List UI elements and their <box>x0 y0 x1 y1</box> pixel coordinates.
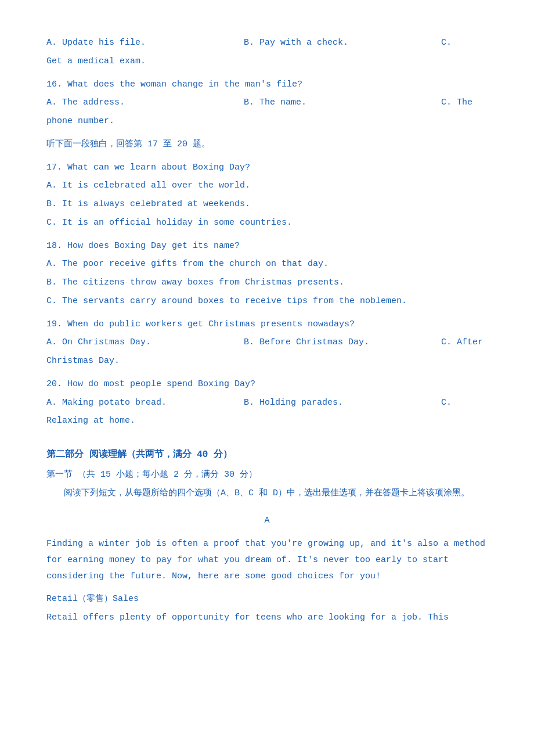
q20-options-row: A. Making potato bread. B. Holding parad… <box>46 395 488 411</box>
part2-header: 第二部分 阅读理解（共两节，满分 40 分） <box>46 447 488 463</box>
main-content: A. Update his file. B. Pay with a check.… <box>46 35 488 626</box>
q19-option-b: B. Before Christmas Day. <box>244 334 441 351</box>
section1-header: 第一节 （共 15 小题；每小题 2 分，满分 30 分） <box>46 467 488 483</box>
q20-option-b: B. Holding parades. <box>244 395 441 411</box>
q15-option-b: B. Pay with a check. <box>244 35 441 51</box>
reading-instructions: 阅读下列短文，从每题所给的四个选项（A、B、C 和 D）中，选出最佳选项，并在答… <box>46 485 488 502</box>
q20-c-continuation: Relaxing at home. <box>46 413 488 429</box>
q19-option-c: C. After <box>441 334 488 351</box>
q17-option-a: A. It is celebrated all over the world. <box>46 178 488 194</box>
q15-option-c: C. <box>441 35 488 51</box>
q20-option-a: A. Making potato bread. <box>46 395 244 411</box>
q16-options-row: A. The address. B. The name. C. The <box>46 95 488 111</box>
listening-section-label: 听下面一段独白，回答第 17 至 20 题。 <box>46 136 488 153</box>
retail-header: Retail（零售）Sales <box>46 591 488 607</box>
q19-question: 19. When do public workers get Christmas… <box>46 316 488 333</box>
q19-option-a: A. On Christmas Day. <box>46 334 244 351</box>
q16-c-continuation: phone number. <box>46 113 488 129</box>
q20-option-c: C. <box>441 395 488 411</box>
q15-c-continuation: Get a medical exam. <box>46 53 488 70</box>
q19-c-continuation: Christmas Day. <box>46 353 488 369</box>
q16-question: 16. What does the woman change in the ma… <box>46 77 488 93</box>
q15-options-row: A. Update his file. B. Pay with a check.… <box>46 35 488 51</box>
passage-p1: Finding a winter job is often a proof th… <box>46 536 488 584</box>
q15-option-a: A. Update his file. <box>46 35 244 51</box>
q17-option-c: C. It is an official holiday in some cou… <box>46 215 488 231</box>
q18-question: 18. How does Boxing Day get its name? <box>46 238 488 254</box>
q18-option-c: C. The servants carry around boxes to re… <box>46 293 488 309</box>
q18-option-a: A. The poor receive gifts from the churc… <box>46 256 488 272</box>
q17-question: 17. What can we learn about Boxing Day? <box>46 160 488 176</box>
q16-option-b: B. The name. <box>244 95 441 111</box>
q16-option-c: C. The <box>441 95 488 111</box>
passage-label-a: A <box>46 513 488 529</box>
q16-option-a: A. The address. <box>46 95 244 111</box>
q17-option-b: B. It is always celebrated at weekends. <box>46 196 488 213</box>
retail-p1: Retail offers plenty of opportunity for … <box>46 610 488 626</box>
q18-option-b: B. The citizens throw away boxes from Ch… <box>46 275 488 291</box>
q20-question: 20. How do most people spend Boxing Day? <box>46 376 488 393</box>
q19-options-row: A. On Christmas Day. B. Before Christmas… <box>46 334 488 351</box>
